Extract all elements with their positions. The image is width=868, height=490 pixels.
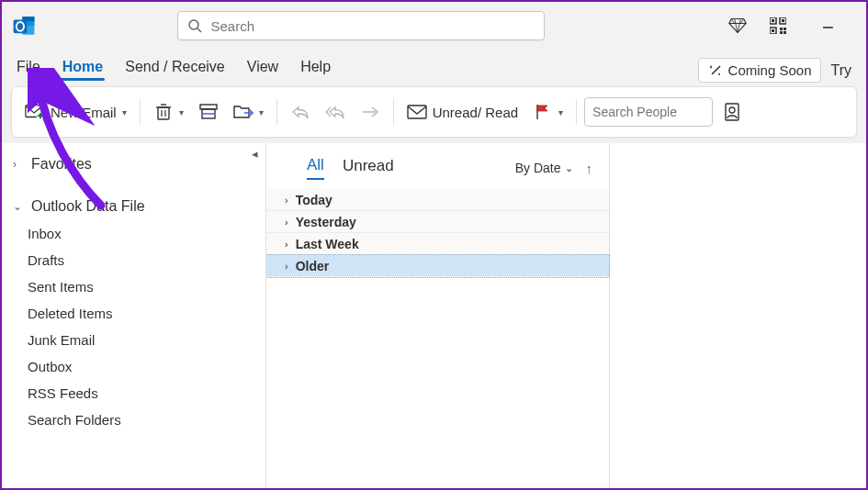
svg-marker-7: [729, 19, 746, 33]
chevron-down-icon: ▾: [122, 107, 127, 117]
chevron-right-icon: ›: [13, 158, 26, 171]
address-book-button[interactable]: [716, 95, 748, 128]
envelope-icon: [407, 102, 427, 122]
qr-code-icon[interactable]: [769, 17, 787, 35]
outlook-app-icon: [11, 13, 37, 39]
svg-rect-20: [783, 28, 786, 30]
minimize-button[interactable]: ‒: [809, 15, 846, 37]
svg-rect-14: [772, 19, 774, 22]
reading-pane: [610, 143, 866, 488]
chevron-down-icon: ⌄: [13, 200, 26, 213]
wand-icon: [708, 63, 723, 78]
archive-icon: [198, 102, 219, 122]
folder-list: Inbox Drafts Sent Items Deleted Items Ju…: [2, 220, 265, 433]
search-input[interactable]: [211, 18, 535, 34]
reply-icon: [290, 102, 310, 122]
global-search[interactable]: [177, 11, 545, 40]
menu-tabs: File Home Send / Receive View Help Comin…: [2, 50, 866, 83]
outlook-data-file-group[interactable]: ⌄ Outlook Data File: [2, 193, 265, 220]
svg-point-41: [729, 107, 735, 113]
group-yesterday[interactable]: ›Yesterday: [266, 211, 609, 233]
tab-view[interactable]: View: [245, 53, 280, 83]
reply-all-icon: [325, 102, 345, 122]
tab-file[interactable]: File: [15, 53, 42, 83]
collapse-folder-pane[interactable]: ◂: [252, 147, 258, 161]
svg-rect-29: [158, 107, 169, 119]
group-label: Last Week: [296, 237, 359, 251]
folder-pane: ◂ › Favorites ⌄ Outlook Data File Inbox …: [2, 143, 266, 488]
favorites-group[interactable]: › Favorites: [2, 150, 265, 178]
ribbon-toolbar: New Email ▾ ▾ ▾ Unread/ Read: [11, 86, 857, 138]
folder-inbox[interactable]: Inbox: [28, 220, 265, 247]
search-people-input[interactable]: [584, 97, 713, 127]
group-last-week[interactable]: ›Last Week: [266, 233, 609, 255]
folder-deleted-items[interactable]: Deleted Items: [28, 300, 265, 327]
svg-rect-39: [408, 106, 426, 118]
folder-rss-feeds[interactable]: RSS Feeds: [28, 380, 265, 406]
flag-button[interactable]: ▾: [527, 95, 569, 128]
address-book-icon: [722, 102, 742, 122]
group-label: Older: [296, 259, 330, 273]
tab-send-receive[interactable]: Send / Receive: [123, 53, 227, 83]
premium-diamond-icon[interactable]: [728, 17, 747, 35]
forward-icon: [360, 102, 380, 122]
chevron-right-icon: ›: [285, 217, 288, 228]
svg-line-23: [712, 66, 720, 74]
search-icon: [187, 18, 202, 33]
trash-icon: [153, 102, 174, 122]
chevron-down-icon: ⌄: [565, 162, 573, 174]
chevron-right-icon: ›: [285, 261, 288, 272]
message-groups: ›Today ›Yesterday ›Last Week ›Older: [266, 189, 609, 277]
new-email-icon: [25, 102, 45, 122]
group-older[interactable]: ›Older: [266, 255, 609, 277]
coming-soon-toggle[interactable]: Coming Soon: [698, 58, 822, 83]
svg-rect-34: [200, 105, 217, 109]
tab-help[interactable]: Help: [299, 53, 333, 83]
svg-line-12: [740, 19, 743, 24]
folder-search-folders[interactable]: Search Folders: [28, 406, 265, 433]
svg-rect-19: [780, 28, 783, 30]
move-button[interactable]: ▾: [228, 95, 269, 128]
reply-button[interactable]: [285, 95, 316, 128]
group-label: Today: [296, 193, 333, 207]
group-label: Yesterday: [296, 215, 356, 229]
chevron-down-icon: ▾: [558, 107, 563, 117]
svg-point-24: [718, 73, 720, 75]
outlook-data-file-label: Outlook Data File: [31, 198, 145, 215]
reply-all-button[interactable]: [320, 95, 351, 128]
title-bar: ‒: [2, 2, 866, 50]
folder-outbox[interactable]: Outbox: [28, 353, 265, 380]
group-today[interactable]: ›Today: [266, 189, 609, 211]
chevron-down-icon[interactable]: ▾: [179, 107, 184, 117]
chevron-right-icon: ›: [285, 239, 288, 250]
message-list-pane: All Unread By Date ⌄ ↑ ›Today ›Yesterday…: [266, 143, 610, 488]
forward-button[interactable]: [355, 95, 386, 128]
chevron-down-icon: ▾: [259, 107, 264, 117]
svg-line-11: [731, 19, 734, 24]
archive-button[interactable]: [193, 95, 224, 128]
svg-rect-16: [782, 19, 784, 22]
new-email-button[interactable]: New Email ▾: [19, 95, 132, 128]
sort-by-label: By Date: [515, 161, 561, 175]
svg-rect-22: [783, 31, 786, 34]
delete-button[interactable]: ▾: [148, 95, 189, 128]
svg-rect-18: [772, 29, 774, 32]
sort-direction-arrow[interactable]: ↑: [586, 161, 593, 176]
tab-home[interactable]: Home: [61, 53, 105, 83]
folder-junk-email[interactable]: Junk Email: [28, 327, 265, 353]
sort-by-dropdown[interactable]: By Date ⌄ ↑: [515, 161, 592, 176]
svg-point-5: [189, 20, 198, 29]
chevron-right-icon: ›: [285, 195, 288, 206]
try-button[interactable]: Try: [829, 59, 853, 83]
folder-drafts[interactable]: Drafts: [28, 247, 265, 273]
favorites-label: Favorites: [31, 156, 92, 173]
unread-read-button[interactable]: Unread/ Read: [401, 95, 524, 128]
folder-sent-items[interactable]: Sent Items: [28, 273, 265, 300]
filter-all[interactable]: All: [307, 156, 324, 180]
flag-icon: [533, 102, 553, 122]
svg-line-6: [197, 28, 201, 32]
filter-unread[interactable]: Unread: [343, 157, 394, 179]
filter-bar: All Unread By Date ⌄ ↑: [266, 150, 609, 189]
new-email-label: New Email: [51, 105, 117, 120]
coming-soon-label: Coming Soon: [728, 62, 812, 78]
